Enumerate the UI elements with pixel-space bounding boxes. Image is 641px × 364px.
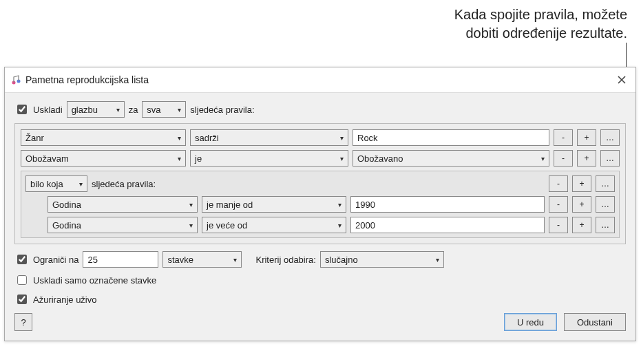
rule-value-input[interactable]: Rock	[353, 129, 549, 146]
add-rule-button[interactable]: +	[572, 175, 591, 192]
rule-row: Obožavam▾ je▾ Obožavano▾ - + …	[21, 150, 620, 167]
nested-scope-select[interactable]: bilo koja▾	[25, 175, 87, 192]
rule-value-input[interactable]: 1990	[350, 196, 545, 213]
annotation-line2: dobiti određenije rezultate.	[454, 24, 627, 43]
chevron-down-icon: ▾	[178, 155, 181, 162]
nest-rule-button[interactable]: …	[596, 175, 615, 192]
add-rule-button[interactable]: +	[577, 150, 596, 167]
chevron-down-icon: ▾	[338, 201, 341, 208]
cancel-button[interactable]: Odustani	[564, 313, 626, 331]
chevron-down-icon: ▾	[189, 201, 193, 208]
match-source-select[interactable]: glazbu▾	[67, 101, 125, 118]
annotation-text: Kada spojite pravila, možete dobiti odre…	[454, 6, 627, 43]
dialog-window: Pametna reprodukcijska lista Uskladi gla…	[4, 67, 636, 341]
limit-row: Ograniči na 25 stavke▾ Kriterij odabira:…	[14, 251, 626, 268]
chevron-down-icon: ▾	[338, 222, 341, 229]
live-update-row: Ažuriranje uživo	[14, 292, 626, 306]
app-icon	[10, 74, 21, 85]
chevron-down-icon: ▾	[178, 106, 181, 114]
match-checkbox[interactable]	[17, 105, 27, 114]
chevron-down-icon: ▾	[340, 134, 344, 142]
titlebar: Pametna reprodukcijska lista	[5, 67, 635, 93]
remove-rule-button[interactable]: -	[554, 129, 573, 146]
add-rule-button[interactable]: +	[577, 129, 596, 146]
remove-rule-button[interactable]: -	[549, 217, 568, 233]
match-scope-select[interactable]: sva▾	[142, 101, 186, 118]
chevron-down-icon: ▾	[79, 180, 83, 188]
chevron-down-icon: ▾	[116, 106, 120, 114]
nest-rule-button[interactable]: …	[600, 129, 620, 146]
chevron-down-icon: ▾	[340, 155, 344, 162]
chevron-down-icon: ▾	[233, 256, 237, 264]
close-button[interactable]	[613, 72, 630, 88]
nested-rules-group: bilo koja▾ sljedeća pravila: - + … Godin…	[21, 171, 620, 238]
rule-value-select[interactable]: Obožavano▾	[353, 150, 549, 167]
match-label: Uskladi	[33, 105, 63, 115]
chevron-down-icon: ▾	[178, 134, 181, 142]
rule-op-select[interactable]: je veće od▾	[202, 217, 346, 233]
chevron-down-icon: ▾	[541, 155, 545, 162]
nest-rule-button[interactable]: …	[596, 217, 615, 233]
only-checked-checkbox[interactable]	[17, 275, 27, 285]
limit-checkbox[interactable]	[17, 255, 27, 264]
rule-op-select[interactable]: je▾	[190, 150, 348, 167]
rule-field-select[interactable]: Godina▾	[48, 217, 198, 233]
chevron-down-icon: ▾	[189, 222, 193, 229]
only-checked-row: Uskladi samo označene stavke	[14, 273, 626, 287]
limit-unit-select[interactable]: stavke▾	[162, 251, 242, 268]
annotation-line1: Kada spojite pravila, možete	[454, 6, 627, 24]
live-update-label: Ažuriranje uživo	[33, 295, 97, 305]
limit-value-input[interactable]: 25	[83, 251, 158, 268]
rule-row: Godina▾ je manje od▾ 1990 - + …	[25, 196, 615, 213]
rule-op-select[interactable]: sadrži▾	[190, 129, 348, 146]
rules-panel: Žanr▾ sadrži▾ Rock - + … Obožavam▾	[14, 123, 626, 244]
limit-label: Ograniči na	[33, 255, 78, 265]
add-rule-button[interactable]: +	[572, 217, 591, 233]
rule-field-select[interactable]: Godina▾	[48, 196, 198, 213]
add-rule-button[interactable]: +	[572, 196, 591, 213]
criteria-label: Kriterij odabira:	[255, 255, 315, 265]
rule-op-select[interactable]: je manje od▾	[202, 196, 346, 213]
match-za-label: za	[129, 105, 138, 115]
rule-field-select[interactable]: Žanr▾	[21, 129, 186, 146]
rule-row: Žanr▾ sadrži▾ Rock - + …	[21, 129, 620, 146]
dialog-footer: ? U redu Odustani	[14, 313, 626, 331]
help-button[interactable]: ?	[14, 313, 32, 331]
dialog-title: Pametna reprodukcijska lista	[25, 74, 613, 85]
remove-rule-button[interactable]: -	[549, 175, 568, 192]
live-update-checkbox[interactable]	[17, 295, 27, 304]
match-row: Uskladi glazbu▾ za sva▾ sljedeća pravila…	[14, 101, 626, 118]
rule-value-input[interactable]: 2000	[350, 217, 545, 233]
chevron-down-icon: ▾	[436, 256, 439, 264]
remove-rule-button[interactable]: -	[554, 150, 573, 167]
only-checked-label: Uskladi samo označene stavke	[33, 275, 156, 286]
nest-rule-button[interactable]: …	[600, 150, 620, 167]
nested-suffix-label: sljedeća pravila:	[92, 179, 156, 189]
match-suffix-label: sljedeća pravila:	[190, 105, 254, 115]
rule-field-select[interactable]: Obožavam▾	[21, 150, 186, 167]
ok-button[interactable]: U redu	[504, 313, 557, 331]
remove-rule-button[interactable]: -	[549, 196, 568, 213]
rule-row: Godina▾ je veće od▾ 2000 - + …	[25, 217, 615, 233]
close-icon	[618, 76, 626, 84]
nest-rule-button[interactable]: …	[596, 196, 615, 213]
nested-header-row: bilo koja▾ sljedeća pravila: - + …	[25, 175, 615, 192]
criteria-select[interactable]: slučajno▾	[320, 251, 444, 268]
